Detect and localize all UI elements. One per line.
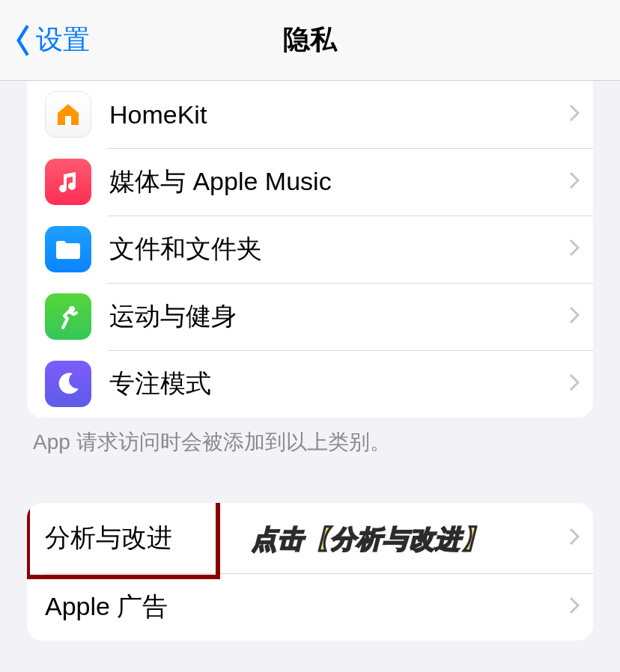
chevron-right-icon bbox=[569, 171, 580, 192]
fitness-icon bbox=[45, 293, 91, 340]
navigation-bar: 设置 隐私 bbox=[0, 0, 620, 81]
privacy-categories-group: HomeKit 媒体与 Apple Music 文件和文件夹 运动与健身 bbox=[27, 81, 593, 418]
back-button[interactable]: 设置 bbox=[13, 22, 90, 58]
row-label: 专注模式 bbox=[109, 367, 563, 401]
chevron-left-icon bbox=[13, 24, 34, 57]
row-media-apple-music[interactable]: 媒体与 Apple Music bbox=[27, 148, 593, 216]
row-focus[interactable]: 专注模式 bbox=[27, 350, 593, 418]
row-label: Apple 广告 bbox=[45, 590, 563, 624]
svg-rect-0 bbox=[65, 116, 71, 125]
row-label: 媒体与 Apple Music bbox=[109, 165, 563, 199]
row-files-folders[interactable]: 文件和文件夹 bbox=[27, 216, 593, 283]
row-homekit[interactable]: HomeKit bbox=[27, 81, 593, 148]
folder-icon bbox=[45, 226, 91, 272]
row-label: HomeKit bbox=[109, 100, 563, 129]
page-title: 隐私 bbox=[0, 22, 620, 58]
row-label: 运动与健身 bbox=[109, 299, 563, 334]
group-footer-note: App 请求访问时会被添加到以上类别。 bbox=[27, 418, 593, 456]
back-label: 设置 bbox=[36, 22, 90, 58]
chevron-right-icon bbox=[569, 104, 580, 125]
music-icon bbox=[45, 159, 91, 205]
row-fitness[interactable]: 运动与健身 bbox=[27, 283, 593, 350]
annotation-callout: 点击【分析与改进】 bbox=[252, 522, 487, 557]
chevron-right-icon bbox=[569, 306, 580, 327]
focus-moon-icon bbox=[45, 361, 91, 407]
chevron-right-icon bbox=[569, 596, 580, 617]
chevron-right-icon bbox=[569, 239, 580, 260]
row-label: 文件和文件夹 bbox=[109, 232, 563, 266]
homekit-icon bbox=[45, 91, 91, 138]
chevron-right-icon bbox=[569, 373, 580, 394]
chevron-right-icon bbox=[569, 528, 580, 549]
analytics-group: 分析与改进 Apple 广告 点击【分析与改进】 bbox=[27, 503, 593, 641]
row-apple-ads[interactable]: Apple 广告 bbox=[27, 573, 593, 641]
